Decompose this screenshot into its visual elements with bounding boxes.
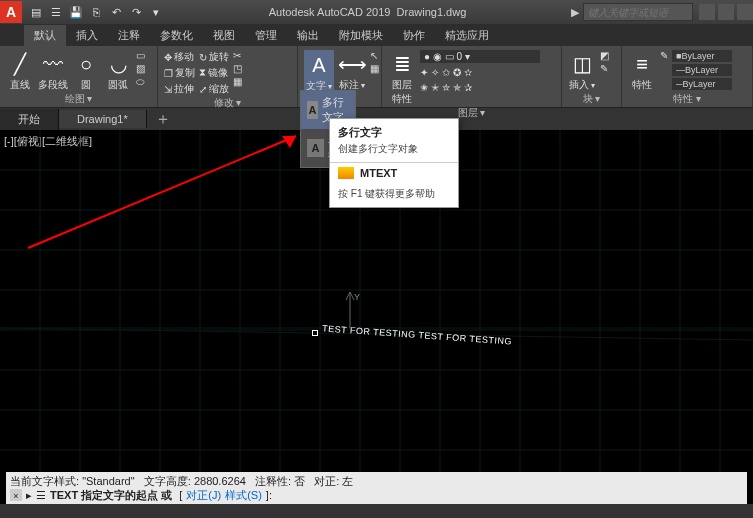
tab-view[interactable]: 视图: [203, 25, 245, 46]
ellipse-icon[interactable]: ⬭: [136, 76, 145, 88]
hatch-icon[interactable]: ▨: [136, 63, 145, 74]
new-icon[interactable]: ▤: [28, 4, 44, 20]
redo-icon[interactable]: ↷: [128, 4, 144, 20]
tab-drawing1[interactable]: Drawing1*: [59, 110, 147, 128]
text-a-icon: A: [307, 101, 318, 119]
cmd-option-justify[interactable]: 对正(J): [186, 488, 221, 502]
save-icon[interactable]: 💾: [68, 4, 84, 20]
dim-icon: ⟷: [338, 50, 366, 78]
layer-tool-icon[interactable]: ✩: [442, 67, 450, 78]
line-button[interactable]: ╱直线: [6, 50, 34, 92]
panel-draw-label: 绘图 ▾: [6, 92, 151, 108]
help-search-input[interactable]: [583, 3, 693, 21]
text-anchor: [312, 330, 318, 336]
array-icon[interactable]: ▦: [233, 76, 242, 87]
circle-button[interactable]: ○圆: [72, 50, 100, 92]
dimension-button[interactable]: ⟷标注: [338, 50, 366, 92]
tab-featured[interactable]: 精选应用: [435, 25, 499, 46]
tab-addins[interactable]: 附加模块: [329, 25, 393, 46]
scale-button[interactable]: ⤢ 缩放: [199, 82, 229, 96]
layer-tool-icon[interactable]: ✪: [453, 67, 461, 78]
props-icon: ≡: [628, 50, 656, 78]
stretch-button[interactable]: ⇲ 拉伸: [164, 82, 195, 96]
layer-props-button[interactable]: ≣图层 特性: [388, 50, 416, 106]
insert-block-button[interactable]: ◫插入: [568, 50, 596, 92]
close-cmd-icon[interactable]: ×: [10, 489, 22, 501]
linetype-dropdown[interactable]: ─ ByLayer: [672, 78, 732, 90]
layer-dropdown[interactable]: ● ◉ ▭ 0 ▾: [420, 50, 540, 63]
annotation-arrow: [18, 130, 318, 260]
block-icon: ◫: [568, 50, 596, 78]
layer-tool-icon[interactable]: ✰: [464, 82, 472, 93]
svg-line-29: [346, 292, 350, 300]
qat-more-icon[interactable]: ▾: [148, 4, 164, 20]
new-tab-button[interactable]: ＋: [147, 109, 179, 130]
tab-parametric[interactable]: 参数化: [150, 25, 203, 46]
svg-text:Y: Y: [354, 292, 360, 302]
polyline-icon: 〰: [39, 50, 67, 78]
cmd-caret-icon[interactable]: ▸: [26, 488, 32, 502]
match-props-icon[interactable]: ✎: [660, 50, 668, 61]
polyline-button[interactable]: 〰多段线: [38, 50, 68, 92]
command-icon: [338, 167, 354, 179]
tooltip-footer: 按 F1 键获得更多帮助: [330, 183, 458, 207]
layer-tool-icon[interactable]: ✯: [453, 82, 461, 93]
rect-icon[interactable]: ▭: [136, 50, 145, 61]
text-a-icon: A: [307, 139, 324, 157]
panel-modify-label: 修改 ▾: [164, 96, 291, 112]
window-title: Autodesk AutoCAD 2019 Drawing1.dwg: [164, 6, 571, 18]
layer-tool-icon[interactable]: ✧: [431, 67, 439, 78]
create-block-icon[interactable]: ◩: [600, 50, 609, 61]
lineweight-dropdown[interactable]: — ByLayer: [672, 64, 732, 76]
layers-icon: ≣: [388, 50, 416, 78]
fillet-icon[interactable]: ◳: [233, 63, 242, 74]
mirror-button[interactable]: ⧗ 镜像: [199, 66, 229, 80]
tab-collab[interactable]: 协作: [393, 25, 435, 46]
layer-tool-icon[interactable]: ✦: [420, 67, 428, 78]
move-button[interactable]: ✥ 移动: [164, 50, 195, 64]
app-logo[interactable]: A: [0, 1, 22, 23]
command-line[interactable]: 当前文字样式: "Standard" 文字高度: 2880.6264 注释性: …: [6, 472, 747, 504]
tooltip: 多行文字 创建多行文字对象 MTEXT 按 F1 键获得更多帮助: [329, 118, 459, 208]
open-icon[interactable]: ☰: [48, 4, 64, 20]
arc-button[interactable]: ◡圆弧: [104, 50, 132, 92]
arc-icon: ◡: [104, 50, 132, 78]
layer-tool-icon[interactable]: ✭: [431, 82, 439, 93]
status-bar: [0, 504, 753, 518]
tab-insert[interactable]: 插入: [66, 25, 108, 46]
leader-icon[interactable]: ↖: [370, 50, 379, 61]
help-icon[interactable]: [737, 4, 753, 20]
exchange-icon[interactable]: [718, 4, 734, 20]
rotate-button[interactable]: ↻ 旋转: [199, 50, 229, 64]
quick-access-toolbar: ▤ ☰ 💾 ⎘ ↶ ↷ ▾: [28, 4, 164, 20]
line-icon: ╱: [6, 50, 34, 78]
title-play-icon[interactable]: ▶: [571, 6, 579, 19]
signin-icon[interactable]: [699, 4, 715, 20]
table-icon[interactable]: ▦: [370, 63, 379, 74]
trim-icon[interactable]: ✂: [233, 50, 242, 61]
tab-annotate[interactable]: 注释: [108, 25, 150, 46]
text-button[interactable]: A文字: [304, 50, 334, 94]
cmd-option-style[interactable]: 样式(S): [225, 488, 262, 502]
tooltip-desc: 创建多行文字对象: [330, 142, 458, 162]
color-dropdown[interactable]: ■ ByLayer: [672, 50, 732, 62]
ribbon-tabs: 默认 插入 注释 参数化 视图 管理 输出 附加模块 协作 精选应用: [0, 24, 753, 46]
saveas-icon[interactable]: ⎘: [88, 4, 104, 20]
text-icon: A: [305, 51, 333, 79]
edit-block-icon[interactable]: ✎: [600, 63, 609, 74]
tab-start[interactable]: 开始: [0, 109, 59, 130]
panel-block-label: 块 ▾: [568, 92, 615, 108]
layer-tool-icon[interactable]: ✮: [442, 82, 450, 93]
tooltip-title: 多行文字: [330, 119, 458, 142]
svg-line-32: [28, 136, 296, 248]
ribbon: ╱直线 〰多段线 ○圆 ◡圆弧 ▭ ▨ ⬭ 绘图 ▾ ✥ 移动 ❐ 复制 ⇲ 拉…: [0, 46, 753, 108]
tab-manage[interactable]: 管理: [245, 25, 287, 46]
layer-tool-icon[interactable]: ✫: [464, 67, 472, 78]
copy-button[interactable]: ❐ 复制: [164, 66, 195, 80]
layer-tool-icon[interactable]: ✬: [420, 82, 428, 93]
panel-prop-label: 特性 ▾: [628, 92, 746, 108]
tab-default[interactable]: 默认: [24, 25, 66, 46]
undo-icon[interactable]: ↶: [108, 4, 124, 20]
tab-output[interactable]: 输出: [287, 25, 329, 46]
properties-button[interactable]: ≡特性: [628, 50, 656, 92]
